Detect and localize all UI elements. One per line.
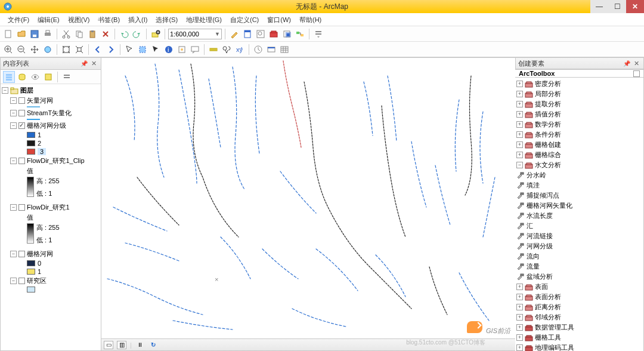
- catalog-button[interactable]: [242, 28, 253, 40]
- find-button[interactable]: [221, 44, 233, 56]
- arctoolbox-button[interactable]: [268, 28, 280, 40]
- tool-node[interactable]: 河流链接: [516, 231, 642, 241]
- list-by-visibility-button[interactable]: [29, 71, 41, 83]
- editor-toolbar-button[interactable]: [228, 28, 240, 40]
- minimize-button[interactable]: —: [590, 0, 608, 13]
- next-extent-button[interactable]: [105, 44, 117, 56]
- new-doc-button[interactable]: [2, 28, 14, 40]
- layer-grid-class[interactable]: −栅格河网分级: [2, 121, 100, 131]
- measure-button[interactable]: [208, 44, 219, 56]
- toolbox-node[interactable]: +数学分析: [516, 119, 642, 130]
- goto-xy-button[interactable]: xy: [234, 44, 246, 56]
- toolbox-node[interactable]: +数据管理工具: [516, 322, 642, 332]
- select-features-button[interactable]: [123, 44, 135, 56]
- create-viewer-button[interactable]: [265, 44, 277, 56]
- toolbox-node[interactable]: +局部分析: [516, 89, 642, 99]
- map-view[interactable]: × ▭ ▥ | ⏸ ↻ GIS前沿 blog.51cto.com @51CTO博…: [101, 57, 515, 351]
- identify-button[interactable]: i: [163, 44, 175, 56]
- toolbox-node[interactable]: +条件分析: [516, 130, 642, 140]
- full-extent-button[interactable]: [42, 44, 54, 56]
- tool-node[interactable]: 流量: [516, 261, 642, 272]
- toc-tree[interactable]: −图层 −矢量河网 −StreamT矢量化 −栅格河网分级 1 2 3 −Flo…: [1, 84, 101, 350]
- close-icon[interactable]: ✕: [632, 60, 641, 67]
- menu-geoprocessing[interactable]: 地理处理(G): [182, 13, 226, 26]
- prev-extent-button[interactable]: [92, 44, 104, 56]
- fixed-zoom-in-button[interactable]: [60, 44, 72, 56]
- layer-grid-river-1[interactable]: 1: [2, 267, 100, 276]
- table-button[interactable]: [278, 44, 290, 56]
- redo-button[interactable]: [131, 28, 143, 40]
- toc-root-layers[interactable]: −图层: [2, 85, 100, 96]
- zoom-in-button[interactable]: [2, 44, 14, 56]
- data-view-tab[interactable]: ▭: [104, 341, 113, 349]
- toolbar-dropdown-icon[interactable]: [312, 28, 324, 40]
- layer-grid-river[interactable]: −栅格河网: [2, 249, 100, 259]
- layer-grid-class-2[interactable]: 2: [2, 139, 100, 147]
- list-by-source-button[interactable]: [16, 71, 28, 83]
- maximize-button[interactable]: ☐: [608, 0, 626, 13]
- cut-button[interactable]: [60, 28, 72, 40]
- search-button[interactable]: [255, 28, 267, 40]
- toolbox-node[interactable]: +栅格工具: [516, 332, 642, 343]
- toolbox-node[interactable]: +地理编码工具: [516, 343, 642, 351]
- menu-window[interactable]: 窗口(W): [263, 13, 295, 26]
- refresh-pause-button[interactable]: ⏸: [135, 341, 145, 349]
- add-data-button[interactable]: [150, 28, 162, 40]
- toolbox-node[interactable]: +表面: [516, 282, 642, 292]
- layer-study-area-symbol[interactable]: [2, 286, 100, 293]
- print-button[interactable]: [42, 28, 54, 40]
- open-button[interactable]: [16, 28, 27, 40]
- close-button[interactable]: ✕: [626, 0, 644, 13]
- zoom-out-button[interactable]: [16, 44, 27, 56]
- menu-edit[interactable]: 编辑(E): [33, 13, 64, 26]
- model-builder-button[interactable]: [294, 28, 306, 40]
- tool-node[interactable]: 盆域分析: [516, 272, 642, 282]
- toolbox-node[interactable]: +栅格创建: [516, 140, 642, 150]
- undo-button[interactable]: [118, 28, 130, 40]
- menu-insert[interactable]: 插入(I): [124, 13, 151, 26]
- tool-node[interactable]: 填洼: [516, 180, 642, 190]
- toolbox-node[interactable]: +栅格综合: [516, 150, 642, 160]
- tool-node[interactable]: 分水岭: [516, 170, 642, 180]
- python-button[interactable]: ▣: [281, 28, 293, 40]
- html-popup-button[interactable]: [189, 44, 201, 56]
- copy-button[interactable]: [73, 28, 85, 40]
- maximize-icon[interactable]: [633, 70, 640, 77]
- tool-node[interactable]: 河网分级: [516, 241, 642, 251]
- toolbox-node[interactable]: +表面分析: [516, 292, 642, 302]
- menu-file[interactable]: 文件(F): [4, 13, 33, 26]
- hyperlink-button[interactable]: [176, 44, 188, 56]
- layer-flowdir-clip[interactable]: −FlowDir_研究1_Clip: [2, 156, 100, 166]
- pin-icon[interactable]: 📌: [621, 60, 632, 67]
- menu-view[interactable]: 视图(V): [64, 13, 94, 26]
- paste-button[interactable]: [86, 28, 98, 40]
- pin-icon[interactable]: 📌: [79, 60, 89, 67]
- close-icon[interactable]: ✕: [89, 60, 98, 67]
- layer-vector-river[interactable]: −矢量河网: [2, 96, 100, 106]
- select-elements-button[interactable]: [150, 44, 162, 56]
- layer-study-area[interactable]: −研究区: [2, 276, 100, 286]
- toolbox-node[interactable]: +密度分析: [516, 79, 642, 89]
- layer-streamt[interactable]: −StreamT矢量化: [2, 108, 100, 118]
- toolbox-node[interactable]: −水文分析: [516, 160, 642, 170]
- time-slider-button[interactable]: [252, 44, 264, 56]
- fixed-zoom-out-button[interactable]: [73, 44, 85, 56]
- tool-node[interactable]: 捕捉倾泻点: [516, 190, 642, 201]
- pan-button[interactable]: [29, 44, 41, 56]
- tool-node[interactable]: 水流长度: [516, 211, 642, 221]
- map-canvas[interactable]: ×: [101, 58, 515, 340]
- menu-bookmarks[interactable]: 书签(B): [94, 13, 124, 26]
- scale-combo[interactable]: 1:600,000▼: [168, 29, 222, 39]
- delete-button[interactable]: [100, 28, 112, 40]
- layer-flowdir[interactable]: −FlowDir_研究1: [2, 202, 100, 213]
- arctoolbox-tree[interactable]: +密度分析+局部分析+提取分析+插值分析+数学分析+条件分析+栅格创建+栅格综合…: [515, 78, 644, 351]
- list-by-drawing-order-button[interactable]: [3, 71, 15, 83]
- layer-grid-class-1[interactable]: 1: [2, 131, 100, 139]
- clear-selection-button[interactable]: [137, 44, 148, 56]
- tool-node[interactable]: 汇: [516, 221, 642, 231]
- toolbox-node[interactable]: +提取分析: [516, 99, 642, 109]
- tool-node[interactable]: 栅格河网矢量化: [516, 201, 642, 211]
- options-button[interactable]: [61, 71, 73, 83]
- layout-view-tab[interactable]: ▥: [117, 341, 126, 349]
- layer-grid-river-0[interactable]: 0: [2, 259, 100, 267]
